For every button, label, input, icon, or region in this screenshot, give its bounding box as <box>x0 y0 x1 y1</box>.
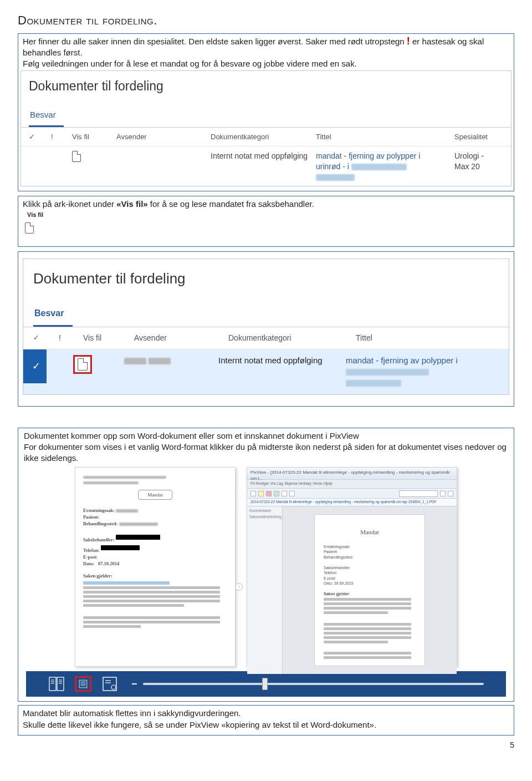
lbl-epost: E-post: <box>83 554 98 560</box>
body-line <box>83 621 220 623</box>
table-header: ✓ ! Vis fil Avsender Dokumentkategori Ti… <box>21 128 511 147</box>
table-row-selected[interactable]: ✓ Internt notat med oppfølging mandat - … <box>23 349 509 394</box>
caption-part-c: for å se og lese mandatet fra saksbehand… <box>150 199 314 209</box>
lbl-pasient: Pasient: <box>324 549 416 554</box>
val-dato: 07.10.2014 <box>98 561 119 566</box>
body-line <box>83 600 220 602</box>
pixview-menu[interactable]: Fil Rediger Vis Lag Skjema Verktøy Vindu… <box>247 480 457 489</box>
col-kategori: Dokumentkategori <box>228 333 356 343</box>
reading-layout-icon[interactable] <box>75 676 91 692</box>
tool-icon[interactable] <box>440 491 446 496</box>
redacted-text <box>116 509 138 513</box>
info-box-4: Dokumentet kommer opp som Word-dokument … <box>18 428 514 702</box>
redacted-text <box>346 380 401 387</box>
cell-kategori: Internt notat med oppfølging <box>218 355 346 366</box>
side-tab-notat[interactable]: Saksnotat/utredning <box>249 515 280 520</box>
highlight-box <box>73 355 92 374</box>
col-urgent: ! <box>59 333 83 343</box>
redacted-text <box>119 523 158 526</box>
cell-visfil[interactable] <box>73 355 124 374</box>
tab-row: Besvar <box>23 302 509 327</box>
lbl-dato: Dato: <box>83 561 94 566</box>
visfil-thumbnail: Vis fil <box>25 211 509 236</box>
body-line <box>83 591 220 594</box>
cell-tittel[interactable]: mandat - fjerning av polypper i <box>346 355 468 389</box>
body-line <box>324 656 411 659</box>
lbl-erstatningssak: Erstatningssak: <box>83 508 115 513</box>
tool-icon[interactable] <box>448 491 453 496</box>
body-line <box>324 641 388 643</box>
pixview-sidebar[interactable]: Kommentarer Saksnotat/utredning <box>247 506 283 674</box>
intro-line-1a: Her finner du alle saker innen din spesi… <box>23 37 407 46</box>
body-line <box>83 625 141 628</box>
svg-rect-0 <box>49 677 56 691</box>
slider-track[interactable] <box>143 683 484 685</box>
tittel-line1: mandat - fjerning av polypper i <box>316 151 420 160</box>
row-checkmark[interactable]: ✓ <box>23 349 47 383</box>
slider-thumb[interactable] <box>262 678 268 690</box>
tool-icon[interactable] <box>250 491 256 496</box>
spes-line2: Max 20 <box>454 162 480 171</box>
tool-icon[interactable] <box>266 491 272 496</box>
col-avsender: Avsender <box>134 333 228 343</box>
body-line <box>83 604 184 607</box>
lbl-behandlingssted: Behandlingssted: <box>324 555 416 560</box>
col-visfil: Vis fil <box>83 333 134 343</box>
lbl-saken-gjelder: Saken gjelder: <box>83 573 112 579</box>
lbl-saksbehandler: Saksbehandler: <box>324 565 416 570</box>
lbl-behandlingssted: Behandlingssted: <box>83 521 117 526</box>
cell-spesialitet: Urologi - Max 20 <box>454 151 521 172</box>
redacted-text <box>124 358 146 364</box>
pixview-file-tab[interactable]: 2014-07323-22 Mandat til allmennlege - o… <box>247 499 457 506</box>
info-box-5: Mandatet blir automatisk flettes inn i s… <box>18 705 514 736</box>
table-header: ✓ ! Vis fil Avsender Dokumentkategori Ti… <box>23 327 509 349</box>
exclamation-icon: ! <box>407 36 410 47</box>
col-kategori: Dokumentkategori <box>211 132 316 142</box>
cell-avsender <box>124 355 218 366</box>
word-header-bar <box>83 474 227 485</box>
body-line <box>324 627 411 630</box>
panel-title: Dokumenter til fordeling <box>23 259 509 302</box>
redacted-text <box>351 164 407 170</box>
document-icon[interactable] <box>72 151 81 162</box>
body-line <box>324 607 411 610</box>
caption-part-a: Klikk på ark-ikonet under <box>23 199 116 209</box>
panel-title: Dokumenter til fordeling <box>21 71 511 105</box>
mandat-title: Mandat <box>324 528 416 536</box>
svg-point-16 <box>111 685 116 689</box>
redacted-black <box>101 545 140 550</box>
body-line <box>83 586 220 589</box>
search-box[interactable] <box>399 490 438 497</box>
intro-line-2: Følg veiledningen under for å lese et ma… <box>23 59 357 68</box>
col-check: ✓ <box>29 132 51 142</box>
side-tab-kommentarer[interactable]: Kommentarer <box>249 509 280 514</box>
body-line <box>324 636 411 639</box>
spes-line1: Urologi - <box>454 151 484 160</box>
cell-tittel[interactable]: mandat - fjerning av polypper i urinrød … <box>316 151 454 182</box>
para3-line2: For dokumenter som vises i et vanlig Wor… <box>24 442 507 463</box>
tab-besvar[interactable]: Besvar <box>29 105 64 126</box>
table-row[interactable]: Internt notat med oppfølging mandat - fj… <box>21 146 511 186</box>
tab-besvar[interactable]: Besvar <box>33 302 73 327</box>
zoom-out-icon[interactable]: − <box>131 677 137 691</box>
intro-paragraph: Her finner du alle saker innen din spesi… <box>23 36 509 70</box>
info-box-3: Dokumenter til fordeling Besvar ✓ ! Vis … <box>18 251 514 406</box>
check-icon: ✓ <box>32 359 40 373</box>
tool-icon[interactable] <box>258 491 264 496</box>
document-pair: Mandat Erstatningssak: Pasient: Behandli… <box>28 467 504 667</box>
screenshot-docs-list-1: Dokumenter til fordeling Besvar ✓ ! Vis … <box>21 70 511 186</box>
svg-rect-13 <box>103 677 116 691</box>
web-layout-icon[interactable] <box>101 676 118 692</box>
tool-icon[interactable] <box>289 491 295 496</box>
tool-icon[interactable] <box>282 491 287 496</box>
print-layout-icon[interactable] <box>48 676 65 692</box>
document-icon[interactable] <box>78 358 88 371</box>
tool-icon[interactable] <box>274 491 279 496</box>
expand-icon[interactable]: ‹ <box>235 583 243 591</box>
para3-line1: Dokumentet kommer opp som Word-dokument … <box>24 431 359 440</box>
zoom-slider[interactable]: − <box>131 677 484 691</box>
lbl-saken-gjelder: Saken gjelder: <box>324 591 416 596</box>
pixview-toolbar[interactable] <box>247 489 457 499</box>
cell-visfil[interactable] <box>72 151 116 165</box>
redacted-text <box>83 481 139 484</box>
